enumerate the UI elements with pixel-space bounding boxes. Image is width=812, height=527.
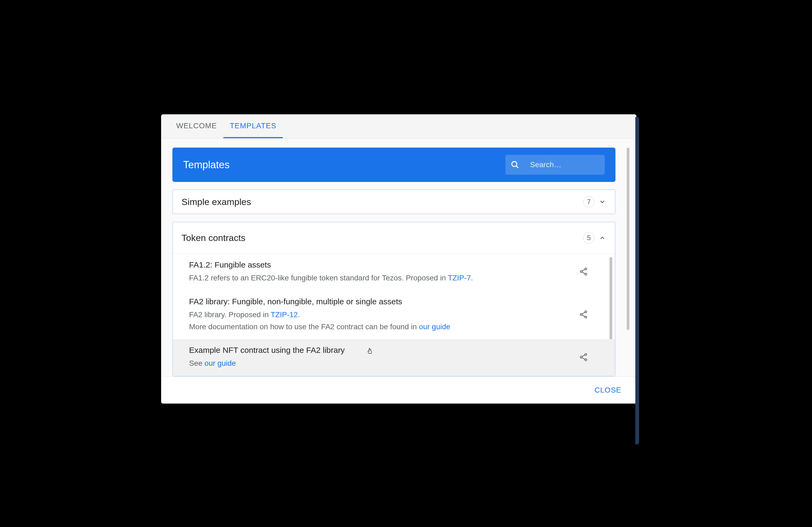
svg-point-13 <box>580 356 582 358</box>
section-simple-title: Simple examples <box>182 197 583 207</box>
svg-point-2 <box>585 268 587 270</box>
desc-text: FA2 library. Proposed in <box>189 311 271 319</box>
share-icon[interactable] <box>579 267 588 277</box>
chevron-up-icon <box>598 234 606 242</box>
svg-line-15 <box>582 355 585 357</box>
chevron-down-icon <box>598 198 606 206</box>
dialog-footer: CLOSE <box>161 376 636 404</box>
template-item-fa2-library[interactable]: FA2 library: Fungible, non-fungible, mul… <box>173 291 615 340</box>
template-text: FA1.2: Fungible assets FA1.2 refers to a… <box>189 260 571 284</box>
svg-point-7 <box>585 311 587 313</box>
link-our-guide-2[interactable]: our guide <box>205 359 236 367</box>
template-item-example-nft[interactable]: Example NFT contract using the FA2 libra… <box>173 339 615 376</box>
desc-text: FA1.2 refers to an ERC20-like fungible t… <box>189 274 448 282</box>
svg-line-5 <box>582 269 585 271</box>
section-token-title: Token contracts <box>182 232 583 243</box>
template-desc: FA2 library. Proposed in TZIP-12. More d… <box>189 309 571 333</box>
svg-line-1 <box>516 166 518 168</box>
dialog-shadow <box>274 439 414 477</box>
desc-suffix: . <box>471 274 473 282</box>
templates-title: Templates <box>183 159 230 171</box>
tab-welcome[interactable]: WELCOME <box>170 114 223 138</box>
template-desc: See our guide <box>189 358 571 370</box>
svg-point-14 <box>585 359 587 361</box>
svg-point-0 <box>512 162 517 167</box>
search-box[interactable] <box>505 155 605 175</box>
share-icon[interactable] <box>579 352 588 363</box>
svg-point-12 <box>585 353 587 355</box>
template-list: FA1.2: Fungible assets FA1.2 refers to a… <box>173 254 615 376</box>
dialog-tabs: WELCOME TEMPLATES <box>161 114 636 138</box>
search-input[interactable] <box>530 161 626 169</box>
templates-dialog: WELCOME TEMPLATES Templates Si <box>161 114 636 404</box>
link-tzip7[interactable]: TZIP-7 <box>448 274 471 282</box>
desc-text: See <box>189 359 205 367</box>
close-button[interactable]: CLOSE <box>590 384 626 396</box>
templates-header: Templates <box>172 148 615 182</box>
tab-templates[interactable]: TEMPLATES <box>223 114 283 138</box>
search-icon <box>511 161 519 169</box>
section-token-contracts: Token contracts 5 FA1.2: Fungible assets <box>172 222 615 376</box>
svg-line-10 <box>582 312 585 314</box>
desc-text-2: More documentation on how to use the FA2… <box>189 322 419 331</box>
link-our-guide[interactable]: our guide <box>419 322 450 331</box>
section-simple-header[interactable]: Simple examples 7 <box>173 190 615 214</box>
template-text: FA2 library: Fungible, non-fungible, mul… <box>189 297 571 333</box>
pointer-cursor-icon <box>366 348 374 356</box>
svg-point-9 <box>585 316 587 318</box>
svg-point-8 <box>580 313 582 315</box>
section-token-count: 5 <box>583 232 595 244</box>
link-tzip12[interactable]: TZIP-12 <box>271 311 298 319</box>
svg-line-11 <box>582 315 585 316</box>
template-title: FA2 library: Fungible, non-fungible, mul… <box>189 297 571 306</box>
template-desc: FA1.2 refers to an ERC20-like fungible t… <box>189 272 571 284</box>
share-icon[interactable] <box>579 310 588 320</box>
svg-point-4 <box>585 273 587 275</box>
template-item-fa12[interactable]: FA1.2: Fungible assets FA1.2 refers to a… <box>173 254 615 291</box>
template-title: FA1.2: Fungible assets <box>189 260 571 269</box>
desc-suffix: . <box>298 311 300 319</box>
section-simple-examples: Simple examples 7 <box>172 190 615 214</box>
template-text: Example NFT contract using the FA2 libra… <box>189 346 571 370</box>
dialog-scrollbar[interactable] <box>627 148 629 330</box>
section-token-header[interactable]: Token contracts 5 <box>173 222 615 254</box>
dialog-body: Templates Simple examples 7 <box>161 138 636 376</box>
template-title: Example NFT contract using the FA2 libra… <box>189 346 571 355</box>
svg-line-16 <box>582 358 585 359</box>
svg-point-3 <box>580 271 582 273</box>
svg-line-6 <box>582 272 585 274</box>
section-simple-count: 7 <box>583 196 595 207</box>
